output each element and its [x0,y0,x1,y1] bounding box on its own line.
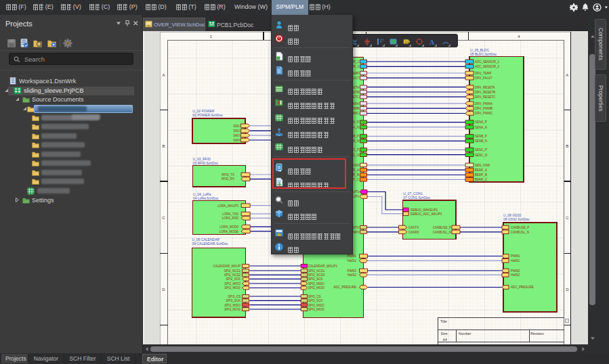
svg-text:HallS2: HallS2 [511,273,520,277]
svg-text:BEMF_B: BEMF_B [475,173,487,177]
svg-text:SW2: SW2 [233,129,240,133]
svg-text:DRV_PWMB: DRV_PWMB [475,107,492,110]
svg-text:SW1: SW1 [233,124,240,128]
svg-text:SPI2_MISO: SPI2_MISO [224,282,240,286]
svg-text:SENB_P: SENB_P [475,135,487,138]
svg-text:BEMF_C: BEMF_C [475,178,488,181]
svg-text:ADC_SENSOR_1: ADC_SENSOR_1 [475,60,500,64]
svg-text:D: D [162,288,165,292]
svg-text:RFID_RX: RFID_RX [222,177,234,181]
svg-text:SW4: SW4 [233,139,240,142]
svg-text:C: C [566,216,569,220]
svg-text:SPI2_MOSI: SPI2_MOSI [308,286,324,290]
svg-text:DRV_RESETA: DRV_RESETA [475,86,495,89]
svg-text:LORA_WKUP3: LORA_WKUP3 [217,204,238,208]
svg-text:A: A [162,73,165,77]
svg-text:ADC_SENSOR_2: ADC_SENSOR_2 [475,65,500,68]
svg-text:SW3: SW3 [233,134,240,137]
svg-text:PWM1: PWM1 [348,254,357,258]
svg-text:CANRX: CANRX [408,231,419,234]
svg-text:SPI3_MISO: SPI3_MISO [224,304,240,307]
svg-text:SPI2_SCK: SPI2_SCK [308,277,323,281]
svg-text:SENC_N: SENC_N [475,154,487,157]
svg-text:SPI3_MOSI: SPI3_MOSI [308,308,324,311]
svg-text:SPI2_NCS2: SPI2_NCS2 [224,273,241,277]
svg-text:ADC_PRESURE: ADC_PRESURE [333,286,356,289]
svg-text:DRV_FAULT: DRV_FAULT [475,76,492,80]
svg-text:SEN_VSW: SEN_VSW [475,164,490,167]
svg-text:SPI3_SCK: SPI3_SCK [226,299,240,302]
svg-text:SENA_N: SENA_N [475,126,487,129]
svg-text:03 RFID.SchDoc: 03 RFID.SchDoc [193,161,219,165]
svg-text:SENA_P: SENA_P [475,120,487,124]
svg-text:DEBUG_WAKEUP1: DEBUG_WAKEUP1 [411,208,438,212]
svg-text:05 BLDC.SchDoc: 05 BLDC.SchDoc [470,52,497,56]
svg-text:SPI3_MISO: SPI3_MISO [308,304,324,307]
svg-text:DEBUG_ADC_WKUP1: DEBUG_ADC_WKUP1 [411,212,442,216]
svg-text:LORA_MOD0: LORA_MOD0 [219,225,238,229]
svg-text:ADC_PRESURE: ADC_PRESURE [511,286,534,289]
svg-text:A4: A4 [443,338,447,342]
svg-text:SPI2_NCS1: SPI2_NCS1 [308,269,325,273]
svg-text:SPI2_SCK: SPI2_SCK [226,277,240,281]
svg-text:DRV_TEMP: DRV_TEMP [475,72,491,75]
svg-text:04 LoRa.SchDoc: 04 LoRa.SchDoc [193,196,219,200]
svg-text:02 POWER.SchDoc: 02 POWER.SchDoc [192,113,223,117]
svg-text:D: D [566,288,569,292]
svg-text:SPI3_SCK: SPI3_SCK [308,299,323,302]
svg-text:DRV_RESETC: DRV_RESETC [475,95,496,99]
svg-text:CANBUSL_N: CANBUSL_N [511,231,529,234]
svg-text:LORA_MODE: LORA_MODE [219,230,238,233]
svg-text:08 GD32.SchDoc: 08 GD32.SchDoc [503,217,530,221]
svg-text:Title: Title [440,319,447,323]
svg-text:SPI3_CS: SPI3_CS [228,295,240,298]
svg-text:Number: Number [459,332,471,336]
svg-text:SPI2_MOSI: SPI2_MOSI [224,286,240,290]
svg-text:DRV_PWMA: DRV_PWMA [475,102,492,106]
svg-text:06 CALENDAR.SchDoc: 06 CALENDAR.SchDoc [192,242,229,246]
svg-text:Size: Size [441,332,448,336]
svg-text:HallS2: HallS2 [348,273,357,277]
svg-text:B: B [162,144,165,148]
svg-text:CANBUSE_P: CANBUSE_P [433,226,451,229]
svg-text:B: B [566,144,568,148]
svg-text:PWM2: PWM2 [348,269,357,273]
svg-text:PWM2: PWM2 [511,269,520,273]
svg-text:LORA_TXD: LORA_TXD [222,212,239,216]
svg-text:CANBUSL_N: CANBUSL_N [433,231,451,234]
svg-text:SPI2_NCS2: SPI2_NCS2 [308,273,325,277]
svg-text:SPI3_MOSI: SPI3_MOSI [224,308,240,311]
svg-text:LORA_RXD: LORA_RXD [222,217,239,220]
svg-text:07 CON1.SchDoc: 07 CON1.SchDoc [403,196,430,200]
svg-text:Revision: Revision [530,332,544,336]
svg-text:CANBUSE_P: CANBUSE_P [511,226,529,229]
svg-text:HallS1: HallS1 [348,259,357,263]
svg-text:C: C [162,216,165,220]
svg-text:BEMF_A: BEMF_A [475,168,487,172]
svg-text:PWM1: PWM1 [511,254,520,258]
svg-text:DRV_PWMC: DRV_PWMC [475,112,493,115]
svg-text:CALENDAR_WKUP1: CALENDAR_WKUP1 [308,265,338,268]
svg-text:SENB_N: SENB_N [475,139,487,143]
svg-text:HallS1: HallS1 [511,259,520,263]
svg-text:CANTX: CANTX [408,226,419,229]
svg-text:DRV_RESETB: DRV_RESETB [475,91,495,94]
svg-text:SPI2_MISO: SPI2_MISO [308,282,324,286]
svg-text:SENC_P: SENC_P [475,148,487,152]
svg-text:A: A [566,73,568,77]
svg-text:RFID_TX: RFID_TX [222,173,234,177]
svg-text:SPI3_CS: SPI3_CS [308,295,321,298]
svg-text:SPI2_NCS1: SPI2_NCS1 [224,269,241,273]
svg-text:CALENDAR_WKUP: CALENDAR_WKUP [213,265,240,268]
